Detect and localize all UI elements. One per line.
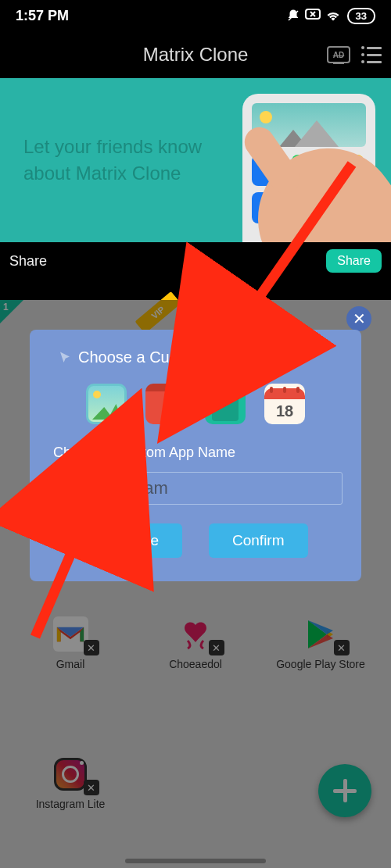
share-banner[interactable]: Let your friends know about Matrix Clone… (0, 78, 391, 242)
battery-level: 33 (347, 8, 375, 24)
app-name-input[interactable] (48, 472, 343, 505)
custom-icon-modal: Choose a Custom Icon ✓ 18 Choose a Custo… (30, 330, 361, 581)
system-nav-bar[interactable] (0, 857, 391, 868)
wifi-icon (325, 9, 341, 21)
icon-choice-wallet[interactable]: ✓ (145, 384, 186, 424)
icon-choice-gallery[interactable] (86, 384, 127, 424)
share-button[interactable]: Share (326, 249, 382, 273)
no-ads-icon[interactable]: AD (327, 46, 350, 63)
close-box-icon (305, 9, 321, 20)
icon-choice-notebook[interactable] (205, 384, 246, 424)
status-bar: 1:57 PM 33 (0, 0, 391, 31)
icon-choices: ✓ 18 (48, 384, 343, 424)
banner-text: Let your friends know about Matrix Clone (23, 134, 226, 186)
mute-icon (286, 9, 300, 23)
menu-list-icon[interactable] (361, 46, 382, 63)
share-bar: Share Share (0, 242, 391, 280)
confirm-button[interactable]: Confirm (209, 523, 308, 558)
app-title: Matrix Clone (143, 44, 249, 66)
status-right: 33 (286, 8, 375, 24)
restore-button[interactable]: Restore (83, 523, 182, 558)
share-label: Share (9, 253, 47, 270)
app-header: Matrix Clone AD (0, 31, 391, 78)
modal-title: Choose a Custom Icon (58, 348, 343, 366)
checkmark-icon: ✓ (175, 385, 192, 402)
cursor-icon (58, 351, 72, 365)
status-time: 1:57 PM (16, 8, 69, 24)
icon-choice-calendar[interactable]: 18 (264, 384, 305, 424)
modal-subtitle: Choose a Custom App Name (53, 445, 343, 461)
close-modal-button[interactable]: ✕ (346, 306, 371, 331)
